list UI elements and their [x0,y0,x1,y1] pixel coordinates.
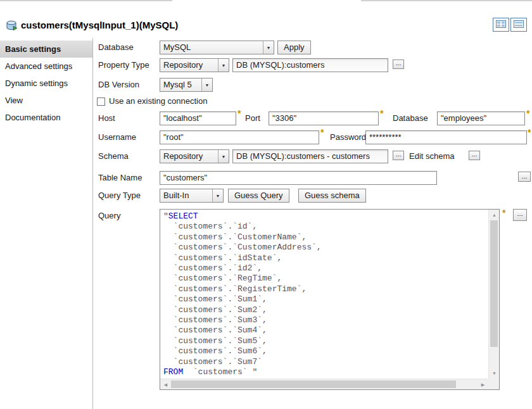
password-required-marker: * [528,127,531,137]
query-type-label: Query Type [98,189,141,203]
use-existing-connection-label: Use an existing connection [109,94,207,108]
username-required-marker: * [320,127,324,137]
edit-schema-label: Edit schema [409,149,455,163]
list-view-icon [514,20,524,30]
db-version-value: Mysql 5 [160,79,201,91]
scroll-left-icon[interactable]: ◀ [160,379,171,390]
grid-view-toggle-button[interactable] [493,18,509,32]
db-version-label: DB Version [98,78,139,92]
database-type-dropdown[interactable]: MySQL ▼ [160,41,274,54]
settings-nav: Basic settings Advanced settings Dynamic… [0,41,92,126]
horizontal-scroll-thumb[interactable] [171,381,456,388]
apply-button[interactable]: Apply [277,41,311,54]
scroll-down-icon[interactable]: ▼ [489,368,500,379]
host-required-marker: * [238,108,241,118]
chevron-down-icon: ▼ [263,41,274,54]
schema-label: Schema [98,149,129,163]
table-name-input[interactable]: "customers" [160,171,437,185]
table-name-label: Table Name [98,171,142,185]
chevron-down-icon: ▼ [212,189,223,202]
chevron-down-icon: ▼ [201,79,212,91]
chevron-down-icon: ▼ [218,59,229,72]
schema-type-dropdown[interactable]: Repository ▼ [160,149,229,163]
username-input[interactable]: "root" [160,130,319,144]
query-horizontal-scrollbar[interactable]: ◀ ▶ [160,379,488,389]
port-label: Port [245,111,260,125]
sidebar-divider [92,38,93,409]
table-name-browse-button[interactable]: ... [518,172,531,182]
property-type-dropdown[interactable]: Repository ▼ [160,58,229,72]
database-type-label: Database [98,41,134,54]
query-type-dropdown[interactable]: Built-In ▼ [160,189,224,203]
guess-schema-button[interactable]: Guess schema [298,189,366,203]
property-repository-browse-button[interactable]: ... [393,60,404,69]
guess-query-button[interactable]: Guess Query [228,189,289,203]
query-editor[interactable]: "SELECT `customers`.`id`, `customers`.`C… [160,209,500,390]
db-version-dropdown[interactable]: Mysql 5 ▼ [160,78,213,92]
sidebar-item-basic-settings[interactable]: Basic settings [0,41,92,58]
schema-type-value: Repository [160,150,218,163]
database-name-input[interactable]: "employees" [437,111,525,125]
port-input[interactable]: "3306" [269,111,379,125]
list-view-toggle-button[interactable] [510,18,527,32]
tab-edge-right [361,0,532,1]
sidebar-item-dynamic-settings[interactable]: Dynamic settings [0,75,92,92]
password-input[interactable]: ********** [365,130,527,144]
host-label: Host [98,111,115,125]
password-label: Password [330,130,366,144]
grid-view-icon [496,20,506,30]
schema-repository-browse-button[interactable]: ... [393,151,404,160]
tab-edge-left [0,0,172,1]
database-required-marker: * [526,108,529,118]
scroll-right-icon[interactable]: ▶ [478,379,488,390]
host-input[interactable]: "localhost" [160,111,236,125]
component-settings-panel: { "ui": { "browse_label": "...", "requir… [0,0,532,409]
database-name-label: Database [393,111,428,125]
query-vertical-scrollbar[interactable]: ▲ ▼ [488,210,499,379]
property-repository-field[interactable]: DB (MYSQL):customers [232,58,388,72]
page-title: customers(tMysqlInput_1)(MySQL) [21,20,178,30]
schema-repository-field[interactable]: DB (MYSQL):customers - customers [232,149,388,163]
scrollbar-corner [488,379,499,389]
query-type-value: Built-In [160,189,212,202]
sidebar-item-documentation[interactable]: Documentation [0,109,92,126]
sidebar-item-advanced-settings[interactable]: Advanced settings [0,58,92,75]
database-type-value: MySQL [160,41,263,54]
query-text[interactable]: "SELECT `customers`.`id`, `customers`.`C… [163,211,487,377]
mysql-input-component-icon [6,20,18,33]
property-type-value: Repository [160,59,218,72]
scroll-up-icon[interactable]: ▲ [489,210,500,220]
query-label: Query [98,209,120,223]
edit-schema-button[interactable]: ... [469,151,480,160]
chevron-down-icon: ▼ [218,150,229,163]
property-type-label: Property Type [98,58,149,72]
query-browse-button[interactable]: ... [513,209,527,221]
query-required-marker: * [502,208,505,218]
port-required-marker: * [380,108,383,118]
vertical-scroll-thumb[interactable] [490,220,498,347]
sidebar-item-view[interactable]: View [0,92,92,109]
use-existing-connection-checkbox[interactable] [97,98,105,106]
username-label: Username [98,130,136,144]
